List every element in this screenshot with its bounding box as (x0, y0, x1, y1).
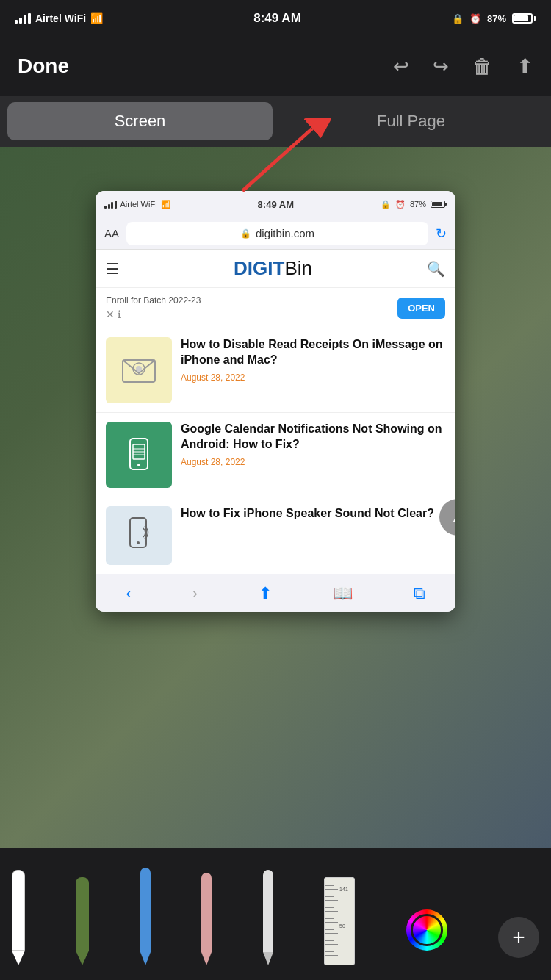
done-button[interactable]: Done (18, 54, 69, 78)
forward-button[interactable]: › (192, 584, 198, 603)
undo-button[interactable]: ↩ (393, 55, 409, 78)
status-left: Airtel WiFi 📶 (15, 12, 103, 24)
article-thumb-3 (106, 506, 172, 565)
article-item[interactable]: How to Fix iPhone Speaker Sound Not Clea… (96, 497, 455, 574)
toolbar-icons: ↩ ↪ 🗑 ⬆ (393, 54, 533, 79)
browser-preview-card: Airtel WiFi 📶 8:49 AM 🔒 ⏰ 87% (96, 191, 455, 612)
reload-button[interactable]: ↻ (436, 226, 447, 242)
ad-banner: Enroll for Batch 2022-23 ✕ ℹ OPEN (96, 288, 455, 328)
speaker-phone-icon (117, 514, 161, 558)
blue-pen-tool[interactable] (140, 855, 151, 965)
inner-wifi-icon: 📶 (161, 200, 171, 209)
svg-point-10 (137, 464, 140, 466)
battery-label: 87% (487, 13, 506, 24)
delete-button[interactable]: 🗑 (472, 54, 493, 79)
url-field[interactable]: 🔒 digitbin.com (126, 222, 428, 245)
ruler-label-41: 141 (339, 887, 348, 892)
calendar-phone-icon (117, 433, 161, 477)
inner-lock-icon: 🔒 (381, 200, 391, 209)
battery-icon (512, 13, 536, 24)
ruler-tool[interactable]: 141 50 (324, 855, 355, 965)
ad-close-icons: ✕ ℹ (106, 309, 201, 320)
add-tool-button[interactable]: + (498, 917, 539, 958)
ad-content: Enroll for Batch 2022-23 ✕ ℹ (106, 295, 201, 320)
bottom-toolbar: 141 50 + (0, 848, 551, 980)
pencil-tool[interactable] (263, 855, 273, 965)
svg-line-1 (242, 129, 312, 191)
main-content: Done ↩ ↪ 🗑 ⬆ Screen Full Page (0, 37, 551, 980)
address-bar[interactable]: AA 🔒 digitbin.com ↻ (96, 217, 455, 250)
logo-digit: DIGIT (234, 257, 284, 279)
article-info-2: Google Calendar Notifications Not Showin… (181, 422, 445, 467)
pink-pen-tool[interactable] (201, 855, 212, 965)
alarm-icon: ⏰ (469, 13, 481, 24)
inner-battery-pct: 87% (410, 200, 426, 209)
search-icon[interactable]: 🔍 (427, 260, 445, 278)
article-title-3: How to Fix iPhone Speaker Sound Not Clea… (181, 506, 445, 522)
site-header: ☰ DIGITBin 🔍 (96, 250, 455, 288)
ruler-label-50: 50 (339, 923, 345, 929)
share-button[interactable]: ⬆ (516, 54, 533, 79)
ad-open-button[interactable]: OPEN (397, 298, 445, 319)
full-page-tab-label: Full Page (377, 112, 445, 131)
ruler-markings: 141 50 (325, 878, 354, 965)
site-logo: DIGITBin (234, 257, 312, 280)
white-marker-tool[interactable] (12, 855, 25, 965)
signal-icon (15, 13, 31, 24)
article-info-1: How to Disable Read Receipts On iMessage… (181, 337, 445, 383)
hamburger-icon[interactable]: ☰ (106, 260, 119, 278)
article-title-1: How to Disable Read Receipts On iMessage… (181, 337, 445, 368)
article-list: How to Disable Read Receipts On iMessage… (96, 328, 455, 574)
url-text: digitbin.com (256, 227, 314, 239)
article-item[interactable]: Google Calendar Notifications Not Showin… (96, 413, 455, 497)
status-bar: Airtel WiFi 📶 8:49 AM 🔒 ⏰ 87% (0, 0, 551, 37)
inner-carrier: Airtel WiFi (120, 200, 157, 209)
article-thumb-1 (106, 337, 172, 403)
article-info-3: How to Fix iPhone Speaker Sound Not Clea… (181, 506, 445, 526)
status-right: 🔒 ⏰ 87% (452, 13, 536, 24)
safari-bottom-bar: ‹ › ⬆ 📖 ⧉ (96, 574, 455, 612)
logo-bin: Bin (284, 257, 312, 279)
svg-point-12 (137, 541, 140, 544)
url-lock-icon: 🔒 (240, 228, 251, 239)
red-arrow-indicator (184, 118, 331, 198)
toolbar: Done ↩ ↪ 🗑 ⬆ (0, 37, 551, 96)
inner-status-left: Airtel WiFi 📶 (104, 200, 171, 209)
wifi-icon: 📶 (90, 12, 103, 24)
inner-battery-icon (431, 201, 447, 208)
aa-button[interactable]: AA (104, 227, 119, 239)
content-inner: Done ↩ ↪ 🗑 ⬆ Screen Full Page (0, 37, 551, 980)
screen-tab-label: Screen (115, 112, 166, 131)
tabs-button[interactable]: ⧉ (414, 584, 425, 603)
svg-point-4 (136, 366, 142, 372)
article-title-2: Google Calendar Notifications Not Showin… (181, 422, 445, 453)
ad-info-icon[interactable]: ℹ (118, 309, 121, 320)
bookmarks-button[interactable]: 📖 (333, 584, 353, 603)
article-item[interactable]: How to Disable Read Receipts On iMessage… (96, 328, 455, 413)
envelope-icon (117, 348, 161, 392)
share-nav-button[interactable]: ⬆ (259, 584, 272, 603)
inner-signal-icon (104, 201, 117, 209)
ad-text: Enroll for Batch 2022-23 (106, 295, 201, 306)
back-button[interactable]: ‹ (126, 584, 131, 603)
article-date-1: August 28, 2022 (181, 372, 445, 383)
ad-close-x-icon[interactable]: ✕ (106, 309, 115, 320)
article-thumb-2 (106, 422, 172, 488)
green-marker-tool[interactable] (76, 855, 89, 965)
redo-button[interactable]: ↪ (433, 55, 449, 78)
lock-icon: 🔒 (452, 13, 464, 24)
inner-status-right: 🔒 ⏰ 87% (381, 200, 447, 209)
carrier-label: Airtel WiFi (35, 12, 86, 24)
article-date-2: August 28, 2022 (181, 457, 445, 467)
color-wheel-button[interactable] (406, 909, 447, 958)
inner-time: 8:49 AM (258, 199, 294, 210)
inner-alarm-icon: ⏰ (395, 200, 406, 209)
time-label: 8:49 AM (253, 11, 301, 26)
